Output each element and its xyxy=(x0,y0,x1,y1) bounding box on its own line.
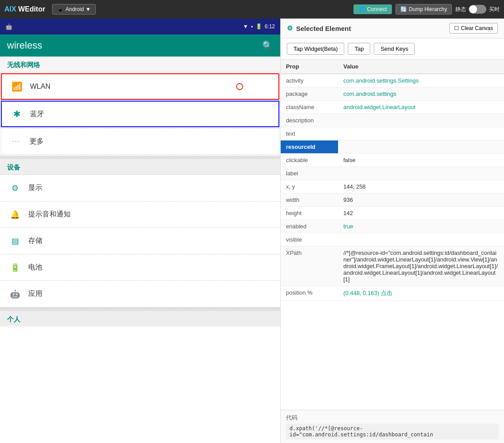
connect-icon: 🌐 xyxy=(359,6,365,12)
section-wireless: 无线和网络 xyxy=(0,57,280,72)
prop-cell: position % xyxy=(281,286,338,301)
value-cell xyxy=(338,127,504,140)
notif-icon-container: 🔔 xyxy=(7,207,23,223)
prop-cell: package xyxy=(281,87,338,101)
value-col-header: Value xyxy=(338,60,504,74)
right-panel: ⚙ Selected Element ☐ Clear Canvas Tap Wi… xyxy=(280,19,504,443)
wifi-icon: ▼ xyxy=(243,23,248,30)
status-icons: ▼ ▪ 🔋 6:12 xyxy=(243,23,275,30)
notification-text: 提示音和通知 xyxy=(28,210,71,219)
setting-item-battery[interactable]: 🔋 电池 xyxy=(0,254,280,281)
prop-col-header: Prop xyxy=(281,60,338,74)
clear-canvas-label: Clear Canvas xyxy=(461,25,493,31)
table-row: width936 xyxy=(281,193,504,207)
table-row: enabledtrue xyxy=(281,220,504,233)
table-row: position %(0.448, 0.163) 点击 xyxy=(281,286,504,301)
storage-icon-container: ▤ xyxy=(7,233,23,249)
clear-canvas-button[interactable]: ☐ Clear Canvas xyxy=(449,23,498,34)
code-label: 代码 xyxy=(286,414,499,422)
table-row: description xyxy=(281,114,504,127)
panel-title-text: Selected Element xyxy=(296,25,351,32)
more-icon: ··· xyxy=(12,137,20,145)
tap-button[interactable]: Tap xyxy=(348,43,370,55)
value-cell: 144, 258 xyxy=(338,180,504,193)
notification-icon: 🔔 xyxy=(10,210,20,220)
toggle-switch[interactable] xyxy=(469,5,486,14)
value-cell: (0.448, 0.163) 点击 xyxy=(338,286,504,301)
tap-widget-button[interactable]: Tap Widget(Beta) xyxy=(287,43,344,55)
display-text: 显示 xyxy=(28,183,42,193)
bt-icon-container: ✱ xyxy=(9,106,25,122)
divider-1 xyxy=(0,72,280,72)
wireless-label: 无线和网络 xyxy=(7,61,40,68)
prop-cell: x, y xyxy=(281,180,338,193)
toolbar: AIX WEditor 📱 Android ▼ 🌐 Connect 🔄 Dump… xyxy=(0,0,504,19)
value-cell xyxy=(338,167,504,180)
apps-text: 应用 xyxy=(28,289,42,299)
prop-cell: height xyxy=(281,207,338,220)
connect-button[interactable]: 🌐 Connect xyxy=(354,4,392,14)
apps-icon-container: 🤖 xyxy=(7,286,23,302)
table-row: height142 xyxy=(281,207,504,220)
table-row: resourceId xyxy=(281,140,504,154)
value-cell: true xyxy=(338,220,504,233)
mode-toggle: 静态 买时 xyxy=(455,5,500,14)
prop-cell: label xyxy=(281,167,338,180)
setting-item-notification[interactable]: 🔔 提示音和通知 xyxy=(0,201,280,228)
right-panel-header: ⚙ Selected Element ☐ Clear Canvas xyxy=(281,19,504,38)
setting-item-display[interactable]: ⚙ 显示 xyxy=(0,175,280,201)
action-buttons-row: Tap Widget(Beta) Tap Send Keys xyxy=(281,38,504,60)
value-cell: android.widget.LinearLayout xyxy=(338,101,504,114)
apps-icon: 🤖 xyxy=(10,289,20,299)
main-area: 🤖 ▼ ▪ 🔋 6:12 wireless 🔍 无线和网络 xyxy=(0,19,504,443)
android-screen: 🤖 ▼ ▪ 🔋 6:12 wireless 🔍 无线和网络 xyxy=(0,19,280,443)
wlan-icon-container: 📶 xyxy=(9,79,25,95)
wlan-text: WLAN xyxy=(30,83,50,91)
value-cell: false xyxy=(338,154,504,167)
battery-status-icon: 🔋 xyxy=(256,23,262,30)
table-row: activitycom.android.settings.Settings xyxy=(281,74,504,87)
toggle-right-label: 买时 xyxy=(489,6,500,13)
setting-item-more[interactable]: ··· 更多 xyxy=(1,128,279,155)
table-row: text xyxy=(281,127,504,140)
prop-cell: activity xyxy=(281,74,338,87)
prop-cell: text xyxy=(281,127,338,140)
search-icon[interactable]: 🔍 xyxy=(262,40,273,51)
value-cell xyxy=(338,140,504,154)
setting-item-apps[interactable]: 🤖 应用 xyxy=(0,281,280,307)
table-row: label xyxy=(281,167,504,180)
settings-title: wireless xyxy=(7,40,42,51)
table-row: XPath//*[@resource-id="com.android.setti… xyxy=(281,246,504,286)
setting-item-storage[interactable]: ▤ 存储 xyxy=(0,228,280,254)
value-cell: 936 xyxy=(338,193,504,207)
value-cell: //*[@resource-id="com.android.settings:i… xyxy=(338,246,504,286)
setting-item-bluetooth[interactable]: ✱ 蓝牙 xyxy=(1,101,279,127)
code-text: d.xpath('//*[@resource-id="com.android.s… xyxy=(286,424,499,439)
android-status-bar: 🤖 ▼ ▪ 🔋 6:12 xyxy=(0,19,280,34)
table-row: clickablefalse xyxy=(281,154,504,167)
section-device: 设备 xyxy=(0,155,280,174)
personal-label: 个人 xyxy=(7,315,20,323)
gear-icon: ⚙ xyxy=(287,24,293,32)
status-bar-left: 🤖 xyxy=(5,23,12,30)
prop-cell: className xyxy=(281,101,338,114)
refresh-icon: 🔄 xyxy=(400,6,407,12)
dump-hierarchy-button[interactable]: 🔄 Dump Hierarchy xyxy=(395,4,452,15)
section-personal: 个人 xyxy=(0,307,280,326)
prop-cell: width xyxy=(281,193,338,207)
dropdown-arrow-icon: ▼ xyxy=(86,6,91,12)
table-row: packagecom.android.settings xyxy=(281,87,504,101)
android-button[interactable]: 📱 Android ▼ xyxy=(52,4,95,15)
time-display: 6:12 xyxy=(265,23,275,30)
value-cell xyxy=(338,114,504,127)
display-icon-container: ⚙ xyxy=(7,180,23,196)
value-cell: com.android.settings.Settings xyxy=(338,74,504,87)
send-keys-button[interactable]: Send Keys xyxy=(374,43,415,55)
value-cell xyxy=(338,233,504,246)
setting-item-wlan[interactable]: 📶 WLAN xyxy=(1,73,279,100)
more-text: 更多 xyxy=(30,137,44,146)
battery-icon: 🔋 xyxy=(10,263,20,273)
android-content: wireless 🔍 无线和网络 📶 WLAN ✱ 蓝牙 xyxy=(0,34,280,443)
prop-cell: enabled xyxy=(281,220,338,233)
bluetooth-icon: ✱ xyxy=(13,109,21,119)
